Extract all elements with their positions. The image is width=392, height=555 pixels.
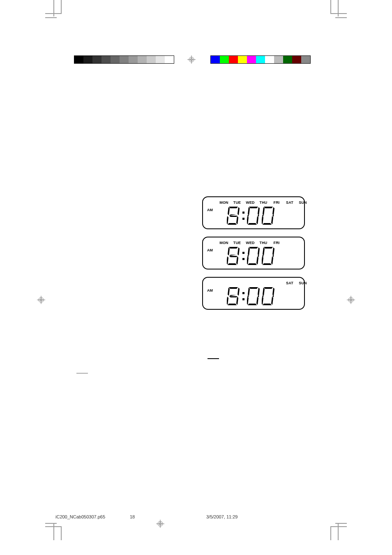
day-wed: WED bbox=[246, 200, 255, 205]
footer-filename: iC200_NCab050307.p65 bbox=[55, 514, 105, 519]
colon-icon bbox=[242, 292, 245, 300]
time-digits bbox=[227, 205, 275, 226]
registration-mark-icon bbox=[37, 296, 45, 304]
crop-mark bbox=[330, 527, 331, 540]
lcd-display-group: MON TUE WED THU FRI SAT SUN AM MON TUE W… bbox=[202, 196, 305, 310]
crop-mark bbox=[45, 526, 62, 527]
day-sun: SUN bbox=[298, 200, 307, 205]
day-thu: THU bbox=[259, 200, 268, 205]
crop-mark bbox=[335, 523, 347, 524]
day-indicator-row: MON TUE WED THU FRI SAT SUN bbox=[207, 241, 300, 246]
crop-mark bbox=[61, 0, 62, 13]
divider bbox=[208, 358, 219, 359]
digit-hour bbox=[227, 246, 240, 266]
day-thu: THU bbox=[259, 241, 268, 246]
crop-mark bbox=[45, 13, 62, 14]
day-mon: MON bbox=[219, 241, 228, 246]
crop-mark bbox=[45, 17, 57, 18]
day-sat: SAT bbox=[285, 200, 294, 205]
day-indicator-row: MON TUE WED THU FRI SAT SUN bbox=[207, 281, 300, 286]
day-indicator-row: MON TUE WED THU FRI SAT SUN bbox=[207, 200, 300, 205]
registration-mark-icon bbox=[347, 296, 355, 304]
digit-min1 bbox=[247, 205, 260, 226]
day-tue: TUE bbox=[233, 241, 242, 246]
time-digits bbox=[227, 286, 275, 306]
colon-icon bbox=[242, 212, 245, 220]
footer-page-number: 18 bbox=[130, 514, 135, 519]
crop-mark bbox=[45, 523, 57, 524]
day-sat: SAT bbox=[285, 281, 294, 286]
color-calibration-bar bbox=[210, 55, 311, 64]
registration-mark-icon bbox=[156, 520, 164, 528]
footer-timestamp: 3/5/2007, 11:29 bbox=[206, 514, 238, 519]
day-fri: FRI bbox=[272, 200, 281, 205]
digit-hour bbox=[227, 286, 240, 306]
crop-mark bbox=[330, 13, 347, 14]
day-tue: TUE bbox=[233, 200, 242, 205]
grayscale-calibration-bar bbox=[74, 55, 174, 64]
crop-mark bbox=[330, 526, 347, 527]
digit-min2 bbox=[262, 286, 275, 306]
divider bbox=[76, 373, 88, 373]
crop-mark bbox=[338, 0, 339, 16]
lcd-display-weekend: MON TUE WED THU FRI SAT SUN AM bbox=[202, 277, 305, 310]
digit-min1 bbox=[247, 246, 260, 266]
crop-mark bbox=[61, 527, 62, 540]
crop-mark bbox=[53, 0, 54, 16]
registration-mark-icon bbox=[187, 55, 196, 64]
colon-icon bbox=[242, 252, 245, 260]
time-digits bbox=[227, 246, 275, 266]
day-fri: FRI bbox=[272, 241, 281, 246]
digit-hour bbox=[227, 205, 240, 226]
am-indicator: AM bbox=[207, 246, 217, 252]
am-indicator: AM bbox=[207, 286, 217, 292]
digit-min2 bbox=[262, 205, 275, 226]
day-mon: MON bbox=[219, 200, 228, 205]
day-wed: WED bbox=[246, 241, 255, 246]
digit-min1 bbox=[247, 286, 260, 306]
crop-mark bbox=[335, 17, 347, 18]
am-indicator: AM bbox=[207, 205, 217, 212]
lcd-display-all-days: MON TUE WED THU FRI SAT SUN AM bbox=[202, 196, 305, 229]
lcd-display-weekdays: MON TUE WED THU FRI SAT SUN AM bbox=[202, 237, 305, 269]
crop-mark bbox=[330, 0, 331, 13]
day-sun: SUN bbox=[298, 281, 307, 286]
digit-min2 bbox=[262, 246, 275, 266]
